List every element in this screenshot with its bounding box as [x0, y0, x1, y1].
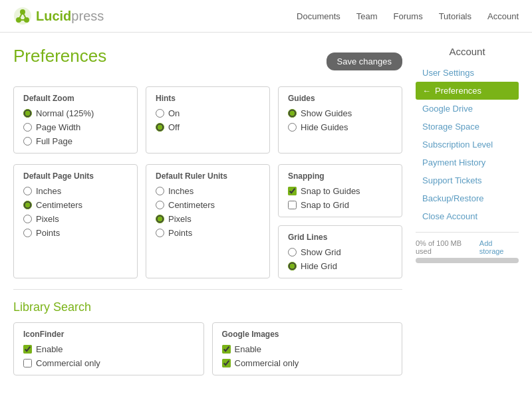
- default-ruler-units-box: Default Ruler Units Inches Centimeters P…: [146, 164, 270, 278]
- iconfinder-commercial[interactable]: Commercial only: [23, 358, 194, 368]
- sidebar-google-drive[interactable]: Google Drive: [416, 100, 519, 118]
- zoom-normal[interactable]: Normal (125%): [23, 108, 128, 118]
- nav-team[interactable]: Team: [356, 11, 378, 21]
- ruler-inches[interactable]: Inches: [156, 186, 260, 196]
- storage-text-row: 0% of 100 MB used Add storage: [416, 239, 519, 255]
- snapping-title: Snapping: [288, 171, 392, 181]
- main-content: Preferences Save changes Default Zoom No…: [0, 33, 532, 389]
- logo-icon: [13, 7, 32, 25]
- snapping-options: Snap to Guides Snap to Grid: [288, 186, 392, 210]
- hints-box: Hints On Off: [146, 86, 270, 154]
- sidebar-close-account[interactable]: Close Account: [416, 207, 519, 225]
- ruler-units-options: Inches Centimeters Pixels Points: [156, 186, 260, 238]
- iconfinder-box: IconFinder Enable Commercial only: [13, 322, 204, 375]
- nav-documents[interactable]: Documents: [297, 11, 340, 21]
- sidebar-preferences[interactable]: ← Preferences: [416, 82, 519, 100]
- page-units-pixels[interactable]: Pixels: [23, 214, 128, 224]
- sidebar-payment-history[interactable]: Payment History: [416, 154, 519, 171]
- top-sections-grid: Default Zoom Normal (125%) Page Width Fu…: [13, 86, 402, 154]
- left-panel: Preferences Save changes Default Zoom No…: [13, 46, 402, 375]
- storage-area: 0% of 100 MB used Add storage: [416, 239, 519, 263]
- grid-lines-options: Show Grid Hide Grid: [288, 247, 392, 271]
- hide-grid[interactable]: Hide Grid: [288, 261, 392, 271]
- logo-text: Lucidpress: [36, 9, 104, 24]
- grid-lines-title: Grid Lines: [288, 233, 392, 242]
- sidebar-heading: Account: [416, 46, 519, 57]
- snap-to-guides[interactable]: Snap to Guides: [288, 186, 392, 196]
- google-images-box: Google Images Enable Commercial only: [212, 322, 403, 375]
- zoom-full-page[interactable]: Full Page: [23, 136, 128, 146]
- sidebar-user-settings[interactable]: User Settings: [416, 64, 519, 82]
- guides-title: Guides: [288, 94, 392, 103]
- top-nav: Lucidpress Documents Team Forums Tutoria…: [0, 0, 532, 33]
- logo: Lucidpress: [13, 7, 104, 25]
- hints-title: Hints: [156, 94, 260, 103]
- ruler-points[interactable]: Points: [156, 228, 260, 238]
- library-title: Library Search: [13, 300, 402, 314]
- ruler-pixels[interactable]: Pixels: [156, 214, 260, 224]
- zoom-page-width[interactable]: Page Width: [23, 122, 128, 132]
- page-units-options: Inches Centimeters Pixels Points: [23, 186, 128, 238]
- library-grid: IconFinder Enable Commercial only Google…: [13, 322, 402, 375]
- sidebar-support-tickets[interactable]: Support Tickets: [416, 171, 519, 189]
- bottom-sections-grid: Default Page Units Inches Centimeters Pi…: [13, 164, 402, 278]
- iconfinder-title: IconFinder: [23, 330, 194, 339]
- page-units-points[interactable]: Points: [23, 228, 128, 238]
- right-sidebar: Account User Settings ← Preferences Goog…: [416, 46, 519, 375]
- hints-on[interactable]: On: [156, 108, 260, 118]
- page-units-inches[interactable]: Inches: [23, 186, 128, 196]
- google-images-enable[interactable]: Enable: [222, 344, 393, 354]
- snapping-box: Snapping Snap to Guides Snap to Grid: [278, 164, 402, 217]
- page-units-cm[interactable]: Centimeters: [23, 200, 128, 210]
- guides-box: Guides Show Guides Hide Guides: [278, 86, 402, 154]
- guides-options: Show Guides Hide Guides: [288, 108, 392, 132]
- sidebar-backup-restore[interactable]: Backup/Restore: [416, 189, 519, 207]
- google-images-commercial[interactable]: Commercial only: [222, 358, 393, 368]
- sidebar-divider: [416, 232, 519, 233]
- ruler-cm[interactable]: Centimeters: [156, 200, 260, 210]
- nav-tutorials[interactable]: Tutorials: [439, 11, 471, 21]
- hide-guides[interactable]: Hide Guides: [288, 122, 392, 132]
- add-storage-link[interactable]: Add storage: [479, 239, 519, 255]
- google-images-options: Enable Commercial only: [222, 344, 393, 368]
- iconfinder-enable[interactable]: Enable: [23, 344, 194, 354]
- nav-account[interactable]: Account: [487, 11, 519, 21]
- storage-bar-bg: [416, 258, 519, 263]
- default-page-units-box: Default Page Units Inches Centimeters Pi…: [13, 164, 138, 278]
- storage-used-text: 0% of 100 MB used: [416, 239, 479, 255]
- show-grid[interactable]: Show Grid: [288, 247, 392, 257]
- library-section: Library Search IconFinder Enable Commerc…: [13, 289, 402, 375]
- page-units-title: Default Page Units: [23, 171, 128, 181]
- show-guides[interactable]: Show Guides: [288, 108, 392, 118]
- arrow-icon: ←: [422, 86, 431, 96]
- sidebar-subscription-level[interactable]: Subscription Level: [416, 136, 519, 154]
- google-images-title: Google Images: [222, 330, 393, 339]
- snap-to-grid[interactable]: Snap to Grid: [288, 200, 392, 210]
- default-zoom-options: Normal (125%) Page Width Full Page: [23, 108, 128, 146]
- save-button[interactable]: Save changes: [327, 52, 402, 70]
- iconfinder-options: Enable Commercial only: [23, 344, 194, 368]
- snap-grid-col: Snapping Snap to Guides Snap to Grid Gri…: [278, 164, 402, 278]
- nav-forums[interactable]: Forums: [394, 11, 423, 21]
- ruler-units-title: Default Ruler Units: [156, 171, 260, 181]
- page-title: Preferences: [13, 46, 106, 66]
- grid-lines-box: Grid Lines Show Grid Hide Grid: [278, 225, 402, 278]
- sidebar-storage-space[interactable]: Storage Space: [416, 118, 519, 136]
- default-zoom-box: Default Zoom Normal (125%) Page Width Fu…: [13, 86, 138, 154]
- default-zoom-title: Default Zoom: [23, 94, 128, 103]
- hints-options: On Off: [156, 108, 260, 132]
- hints-off[interactable]: Off: [156, 122, 260, 132]
- nav-links: Documents Team Forums Tutorials Account: [297, 11, 519, 21]
